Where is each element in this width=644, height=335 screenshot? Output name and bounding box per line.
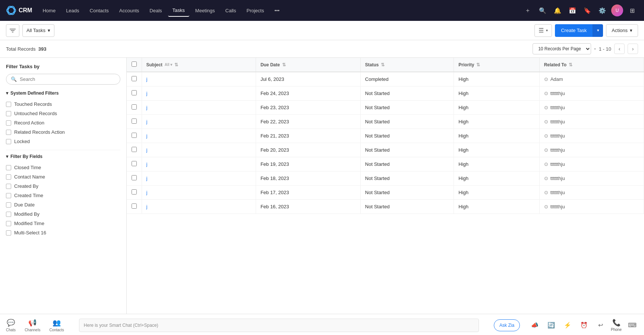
related-to-sort-icon[interactable]: ⇅ bbox=[569, 62, 572, 67]
phone-button[interactable]: 📞 Phone bbox=[611, 319, 622, 332]
nav-contacts[interactable]: Contacts bbox=[85, 5, 113, 16]
calendar-icon[interactable]: 📅 bbox=[566, 4, 578, 16]
nav-calls[interactable]: Calls bbox=[221, 5, 241, 16]
nav-projects[interactable]: Projects bbox=[242, 5, 268, 16]
chats-button[interactable]: 💬 Chats bbox=[6, 319, 16, 332]
create-task-dropdown-arrow[interactable]: ▾ bbox=[593, 24, 603, 37]
filter-multi-select-16[interactable]: Multi-Select 16 bbox=[6, 228, 120, 237]
subject-sort-icon[interactable]: ⇅ bbox=[174, 62, 178, 67]
filter-checkbox[interactable] bbox=[6, 139, 11, 144]
next-page-button[interactable]: › bbox=[628, 44, 638, 54]
clock-icon[interactable]: ⏰ bbox=[578, 319, 590, 331]
td-subject[interactable]: j bbox=[142, 129, 256, 143]
filter-checkbox[interactable] bbox=[6, 193, 11, 198]
nav-more[interactable]: ••• bbox=[270, 5, 284, 16]
row-checkbox-cell[interactable] bbox=[127, 157, 142, 171]
row-checkbox[interactable] bbox=[132, 133, 137, 138]
settings-icon[interactable]: ⚙️ bbox=[596, 4, 608, 16]
field-filters-section[interactable]: ▾ Filter By Fields bbox=[6, 154, 120, 159]
row-checkbox[interactable] bbox=[132, 189, 137, 195]
filter-checkbox[interactable] bbox=[6, 221, 11, 226]
grid-icon[interactable]: ⊞ bbox=[626, 4, 638, 16]
row-checkbox-cell[interactable] bbox=[127, 72, 142, 86]
app-logo[interactable]: CRM bbox=[6, 5, 32, 16]
filter-untouched-records[interactable]: Untouched Records bbox=[6, 109, 120, 118]
smart-chat-input[interactable]: Here is your Smart Chat (Ctrl+Space) bbox=[79, 319, 479, 332]
nav-accounts[interactable]: Accounts bbox=[115, 5, 143, 16]
filter-checkbox[interactable] bbox=[6, 212, 11, 217]
select-all-header[interactable] bbox=[127, 58, 142, 72]
td-subject[interactable]: j bbox=[142, 157, 256, 171]
nav-meetings[interactable]: Meetings bbox=[191, 5, 220, 16]
zap-icon[interactable]: ⚡ bbox=[562, 319, 574, 331]
filter-checkbox[interactable] bbox=[6, 130, 11, 135]
filter-contact-name[interactable]: Contact Name bbox=[6, 172, 120, 181]
row-checkbox[interactable] bbox=[132, 90, 137, 95]
prev-page-button[interactable]: ‹ bbox=[614, 44, 625, 54]
row-checkbox[interactable] bbox=[132, 175, 137, 180]
filter-due-date[interactable]: Due Date bbox=[6, 200, 120, 209]
td-subject[interactable]: j bbox=[142, 186, 256, 200]
td-subject[interactable]: j bbox=[142, 200, 256, 214]
keyboard-icon[interactable]: ⌨ bbox=[626, 319, 638, 331]
td-subject[interactable]: j bbox=[142, 101, 256, 115]
row-checkbox[interactable] bbox=[132, 104, 137, 110]
filter-record-action[interactable]: Record Action bbox=[6, 118, 120, 127]
per-page-select[interactable]: 10 Records Per Page bbox=[533, 43, 591, 54]
filter-created-time[interactable]: Created Time bbox=[6, 191, 120, 200]
filter-created-by[interactable]: Created By bbox=[6, 181, 120, 191]
search-input[interactable] bbox=[20, 76, 116, 82]
row-checkbox[interactable] bbox=[132, 76, 137, 81]
new-icon[interactable]: ＋ bbox=[522, 4, 534, 16]
view-toggle-button[interactable]: ☰ ▾ bbox=[534, 24, 552, 37]
select-all-checkbox[interactable] bbox=[132, 61, 137, 67]
refresh-icon[interactable]: 🔄 bbox=[545, 319, 557, 331]
channels-button[interactable]: 📢 Channels bbox=[25, 319, 40, 332]
due-date-sort-icon[interactable]: ⇅ bbox=[282, 62, 286, 67]
filter-checkbox[interactable] bbox=[6, 120, 11, 126]
filter-checkbox[interactable] bbox=[6, 111, 11, 116]
bell-icon[interactable]: 🔔 bbox=[552, 4, 564, 16]
filter-checkbox[interactable] bbox=[6, 102, 11, 107]
actions-button[interactable]: Actions ▾ bbox=[606, 24, 638, 37]
row-checkbox-cell[interactable] bbox=[127, 129, 142, 143]
system-filters-section[interactable]: ▾ System Defined Filters bbox=[6, 91, 120, 96]
filter-icon-button[interactable] bbox=[6, 24, 19, 37]
megaphone-icon[interactable]: 📣 bbox=[529, 319, 541, 331]
td-subject[interactable]: j bbox=[142, 143, 256, 157]
filter-modified-time[interactable]: Modified Time bbox=[6, 219, 120, 228]
filter-modified-by[interactable]: Modified By bbox=[6, 209, 120, 219]
filter-closed-time[interactable]: Closed Time bbox=[6, 163, 120, 172]
filter-locked[interactable]: Locked bbox=[6, 137, 120, 146]
filter-checkbox[interactable] bbox=[6, 202, 11, 208]
row-checkbox[interactable] bbox=[132, 118, 137, 124]
nav-leads[interactable]: Leads bbox=[61, 5, 83, 16]
create-task-button[interactable]: Create Task bbox=[555, 24, 593, 37]
td-subject[interactable]: j bbox=[142, 72, 256, 86]
filter-checkbox[interactable] bbox=[6, 184, 11, 189]
filter-checkbox[interactable] bbox=[6, 230, 11, 236]
bookmark-icon[interactable]: 🔖 bbox=[581, 4, 593, 16]
filter-related-records-action[interactable]: Related Records Action bbox=[6, 127, 120, 137]
row-checkbox-cell[interactable] bbox=[127, 186, 142, 200]
nav-home[interactable]: Home bbox=[38, 5, 60, 16]
contacts-button[interactable]: 👥 Contacts bbox=[49, 319, 64, 332]
row-checkbox[interactable] bbox=[132, 203, 137, 209]
status-sort-icon[interactable]: ⇅ bbox=[381, 62, 385, 67]
row-checkbox-cell[interactable] bbox=[127, 143, 142, 157]
td-subject[interactable]: j bbox=[142, 115, 256, 129]
filter-checkbox[interactable] bbox=[6, 174, 11, 180]
row-checkbox-cell[interactable] bbox=[127, 101, 142, 115]
row-checkbox[interactable] bbox=[132, 147, 137, 152]
filter-touched-records[interactable]: Touched Records bbox=[6, 99, 120, 109]
row-checkbox-cell[interactable] bbox=[127, 86, 142, 101]
avatar[interactable]: U bbox=[611, 4, 623, 16]
nav-deals[interactable]: Deals bbox=[145, 5, 166, 16]
row-checkbox[interactable] bbox=[132, 161, 137, 166]
td-subject[interactable]: j bbox=[142, 86, 256, 101]
row-checkbox-cell[interactable] bbox=[127, 200, 142, 214]
all-tasks-dropdown[interactable]: All Tasks ▾ bbox=[22, 24, 54, 37]
history-icon[interactable]: ↩ bbox=[594, 319, 606, 331]
priority-sort-icon[interactable]: ⇅ bbox=[476, 62, 480, 67]
row-checkbox-cell[interactable] bbox=[127, 171, 142, 186]
